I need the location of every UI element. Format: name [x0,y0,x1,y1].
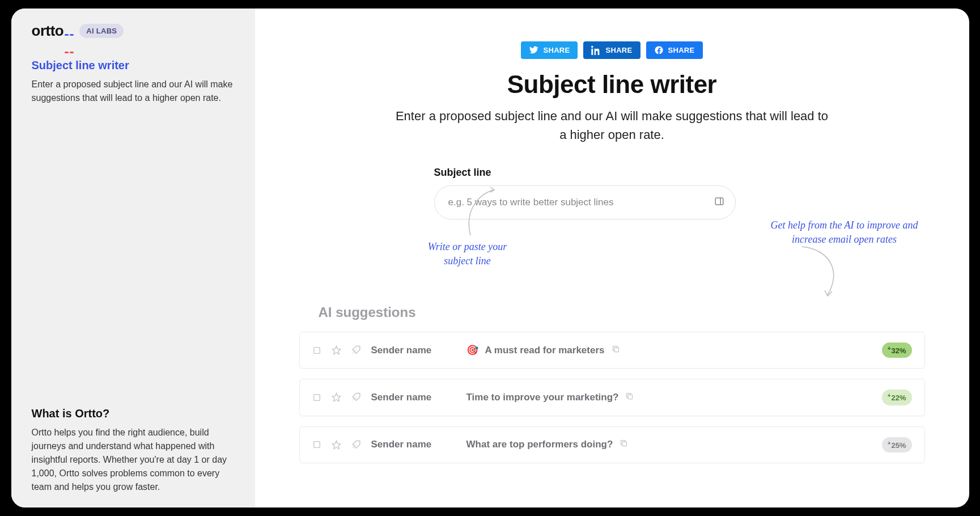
sidebar-description: Enter a proposed subject line and our AI… [32,78,235,105]
svg-marker-6 [332,394,340,401]
linkedin-icon [591,45,601,55]
subject-line-label: Subject line [434,167,930,179]
arrow-right-icon [796,244,847,301]
hint-write-paste: Write or paste your subject line [425,240,510,268]
svg-rect-10 [622,442,627,446]
suggestion-row[interactable]: Sender nameTime to improve your marketin… [299,379,925,416]
share-twitter-button[interactable]: SHARE [521,41,578,59]
share-label: SHARE [668,46,695,54]
app-frame: ortto AI LABS Subject line writer Enter … [11,9,969,507]
star-icon[interactable] [332,345,341,355]
facebook-icon [654,45,664,55]
suggestion-subject: Time to improve your marketing? [466,392,872,403]
brand-logo: ortto [32,22,74,40]
tag-icon[interactable] [351,440,361,450]
tag-icon[interactable] [351,345,361,355]
star-icon[interactable] [332,440,341,450]
suggestion-row[interactable]: Sender name🎯 A must read for marketers+3… [299,332,925,369]
svg-marker-3 [332,346,340,354]
sidebar-footer: What is Ortto? Ortto helps you find the … [32,407,235,494]
sidebar-item-subject-line-writer[interactable]: Subject line writer [32,59,235,72]
sidebar: ortto AI LABS Subject line writer Enter … [11,9,255,507]
ai-labs-badge: AI LABS [79,24,124,38]
share-row: SHARE SHARE SHARE [295,41,930,59]
page-description: Enter a proposed subject line and our AI… [391,107,833,144]
suggestion-row[interactable]: Sender nameWhat are top performers doing… [299,426,925,463]
checkbox-icon[interactable] [312,393,321,402]
star-icon[interactable] [332,392,341,402]
svg-rect-5 [313,395,320,401]
svg-rect-7 [628,395,633,399]
share-linkedin-button[interactable]: SHARE [583,41,640,59]
hint-get-help: Get help from the AI to improve and incr… [771,218,918,247]
share-label: SHARE [605,46,632,54]
tag-icon[interactable] [351,392,361,402]
sender-name: Sender name [371,439,456,450]
svg-rect-2 [313,347,320,353]
copy-icon[interactable] [625,392,634,403]
what-is-ortto-text: Ortto helps you find the right audience,… [32,426,235,494]
ai-suggestions-title: AI suggestions [319,304,930,320]
panel-icon[interactable] [714,196,724,209]
arrow-left-icon [459,184,499,241]
svg-marker-9 [332,441,340,449]
twitter-icon [529,45,538,55]
ai-suggestions-block: AI suggestions Sender name🎯 A must read … [295,304,930,463]
copy-icon[interactable] [620,439,628,450]
suggestion-subject: What are top performers doing? [466,439,872,450]
svg-rect-4 [614,348,619,352]
open-rate-badge: +22% [882,390,912,405]
svg-rect-8 [313,442,320,448]
brand-name: ortto [32,22,64,39]
emoji-icon: 🎯 [466,344,478,356]
share-label: SHARE [543,46,570,54]
sender-name: Sender name [371,345,456,356]
open-rate-badge: +25% [882,437,912,452]
what-is-ortto-title: What is Ortto? [32,407,235,420]
main-content: SHARE SHARE SHARE Subject line writer En… [255,9,969,507]
page-title: Subject line writer [295,70,930,99]
open-rate-badge: +32% [882,342,912,358]
share-facebook-button[interactable]: SHARE [646,41,703,59]
copy-icon[interactable] [612,345,620,356]
suggestion-subject: 🎯 A must read for marketers [466,344,872,356]
sender-name: Sender name [371,392,456,403]
svg-rect-0 [715,198,723,205]
checkbox-icon[interactable] [312,346,321,355]
brand-mark-icon [65,22,74,24]
checkbox-icon[interactable] [312,440,321,449]
logo-row: ortto AI LABS [32,22,235,40]
